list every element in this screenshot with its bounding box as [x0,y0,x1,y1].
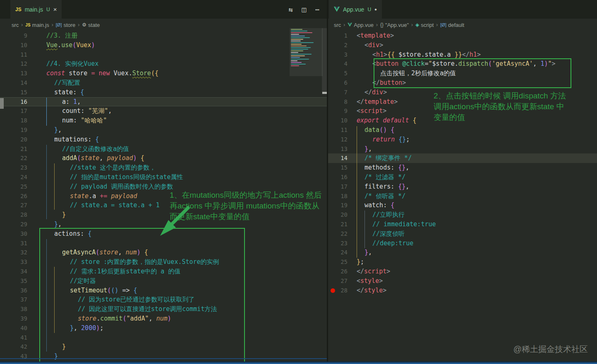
code-text: /* 绑定事件 */ [348,153,412,163]
line-number: 31 [0,239,27,248]
more-actions-icon[interactable]: ⋯ [315,5,319,14]
line-number: 37 [0,295,27,304]
breadcrumb-label: script [421,22,434,28]
breadcrumb-item-state[interactable]: ⚙state [82,22,100,28]
code-text: </template> [348,97,398,107]
code-line-15[interactable]: 15methods: {}, [328,163,597,172]
code-line-15[interactable]: 15state: { [0,88,327,97]
code-line-12[interactable]: 12return {}; [328,135,597,144]
code-line-11[interactable]: 11 [0,50,327,60]
code-line-25[interactable]: 25}; [328,257,597,267]
code-line-13[interactable]: 13}, [328,144,597,154]
open-changes-icon[interactable]: ⇆ [288,5,293,14]
code-line-11[interactable]: 11data() { [328,125,597,135]
line-number: 20 [328,210,348,220]
line-number: 21 [328,220,348,229]
code-line-2[interactable]: 2<div> [328,41,597,50]
bracket-guide [54,163,55,210]
code-line-28[interactable]: 28</style> [328,286,597,295]
line-number: 17 [328,182,348,192]
code-line-18[interactable]: 18/* 侦听器 */ [328,192,597,201]
line-number: 2 [328,41,348,50]
code-text: //写配置 [27,78,80,88]
close-icon[interactable]: × [53,6,57,13]
minimap-slider[interactable] [290,28,323,76]
breadcrumb-right: src›App.vue›{}"App.vue"›◈script›[Ø]defau… [334,19,464,31]
tab-app-vue[interactable]: App.vue U ● [329,0,382,19]
code-line-20[interactable]: 20mutations: { [0,135,327,144]
code-line-16[interactable]: 16/* 过滤器 */ [328,172,597,182]
breadcrumb-item-default[interactable]: [Ø]default [440,22,464,28]
breadcrumb-item-appvue[interactable]: {}"App.vue" [380,22,409,28]
tab-main-js[interactable]: JS main.js U × [10,0,62,19]
line-number: 36 [0,286,27,295]
breadcrumb-item-store[interactable]: [Ø]store [56,22,76,28]
line-number: 23 [328,239,348,248]
code-text: //3. 注册 [27,31,77,41]
breadcrumb-item-src[interactable]: src [12,22,19,28]
code-line-17[interactable]: 17filters: {}, [328,182,597,192]
code-line-9[interactable]: 9//3. 注册 [0,31,327,41]
code-text: //deep:true [348,239,413,248]
code-line-14[interactable]: 14//写配置 [0,78,327,88]
unsaved-dot-icon[interactable]: ● [374,7,377,12]
code-line-24[interactable]: 24// 指的是mutations同级的state属性 [0,172,327,182]
line-number: 27 [328,276,348,286]
pane-divider[interactable] [327,0,328,364]
code-text: }; [348,257,364,267]
code-line-22[interactable]: 22//深度侦听 [328,229,597,239]
code-line-21[interactable]: 21// immediate:true [328,220,597,229]
line-number: 18 [0,116,27,125]
code-text: Vue.use(Vuex) [27,41,95,50]
code-line-10[interactable]: 10Vue.use(Vuex) [0,41,327,50]
breadcrumb-item-script[interactable]: ◈script [415,22,434,28]
code-line-19[interactable]: 19}, [0,125,327,135]
gutter-decoration [0,98,4,109]
code-text: }, [27,125,62,135]
code-line-23[interactable]: 23//deep:true [328,239,597,248]
code-text: <template> [348,31,394,41]
breadcrumb-label: "App.vue" [385,22,409,28]
code-text: <div> [348,41,383,50]
code-line-12[interactable]: 12//4. 实例化Vuex [0,59,327,69]
line-number: 30 [0,229,27,239]
code-line-23[interactable]: 23//state 这个是内置的参数， [0,163,327,172]
breakpoint-icon[interactable] [331,288,335,293]
code-line-14[interactable]: 14/* 绑定事件 */ [328,153,597,163]
code-line-13[interactable]: 13const store = new Vuex.Store({ [0,69,327,78]
line-number: 11 [0,50,27,60]
split-editor-icon[interactable]: ◫ [302,5,306,14]
code-line-1[interactable]: 1<template> [328,31,597,41]
line-number: 34 [0,267,27,276]
code-line-22[interactable]: 22addA(state, payload) { [0,153,327,163]
bracket-guide [46,98,47,126]
code-line-17[interactable]: 17count: "芜湖", [0,106,327,116]
code-line-24[interactable]: 24}, [328,248,597,257]
vue-logo-icon [334,7,340,12]
breadcrumb-item-mainjs[interactable]: JSmain.js [25,22,49,28]
annotation-box-actions [39,228,245,364]
code-line-20[interactable]: 20//立即执行 [328,210,597,220]
breadcrumb-item-src[interactable]: src [334,22,341,28]
line-number: 9 [328,106,348,116]
code-line-16[interactable]: 16a: 1, [0,97,327,107]
code-line-21[interactable]: 21//自定义函数修改a的值 [0,144,327,154]
tab-bar-right-group: App.vue U ● [327,0,597,19]
line-number: 13 [328,144,348,154]
code-text: </script> [348,267,390,276]
code-text: </style> [348,286,386,295]
code-line-19[interactable]: 19watch: { [328,201,597,210]
code-line-27[interactable]: 27<style> [328,276,597,286]
code-line-3[interactable]: 3<h1>{{ $store.state.a }}</h1> [328,50,597,60]
tab-label: main.js [25,6,43,13]
code-line-26[interactable]: 26</script> [328,267,597,276]
line-number: 19 [0,125,27,135]
breadcrumb-label: main.js [32,22,49,28]
line-number: 7 [328,88,348,97]
line-number: 11 [328,125,348,135]
code-line-18[interactable]: 18num: "哈哈哈" [0,116,327,125]
line-number: 41 [0,333,27,342]
wrench-icon: ⚙ [82,22,86,28]
breadcrumb-item-appvue[interactable]: App.vue [348,22,374,28]
line-number: 26 [328,267,348,276]
